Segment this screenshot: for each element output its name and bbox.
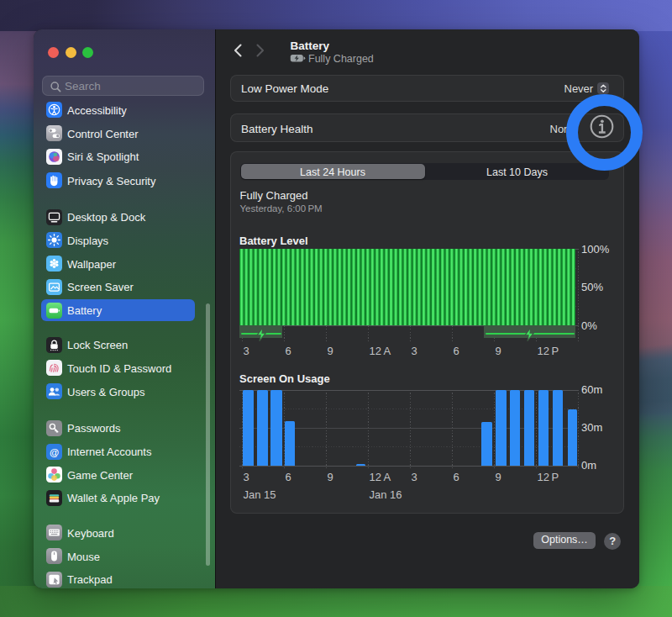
svg-text:@: @ xyxy=(49,446,58,456)
